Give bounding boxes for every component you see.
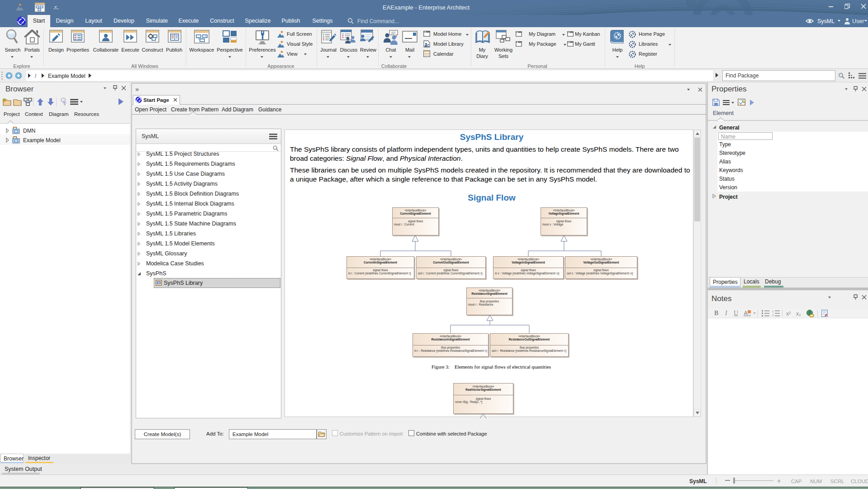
svg-text:2: 2 <box>772 314 774 316</box>
svg-text:1: 1 <box>772 310 774 313</box>
